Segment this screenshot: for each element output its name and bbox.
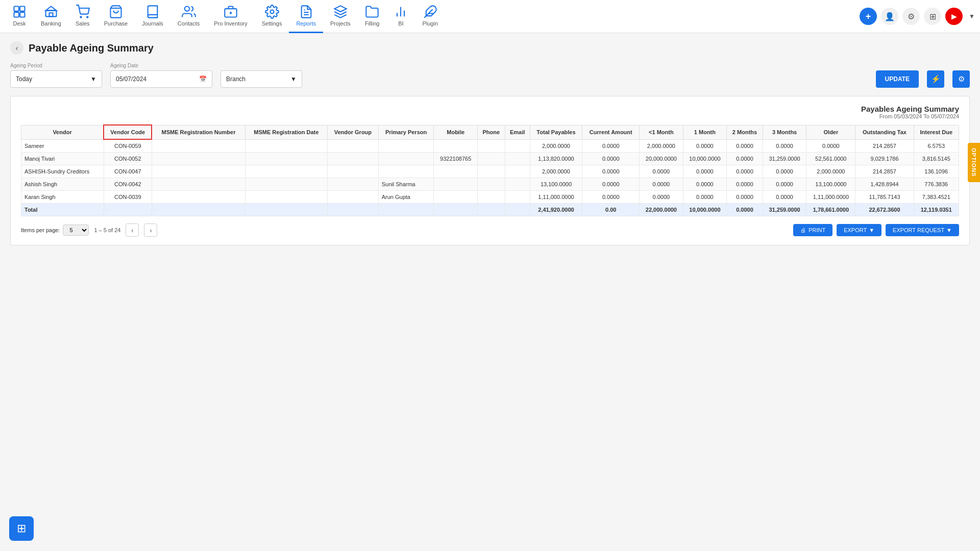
col-interest-due: Interest Due (914, 125, 959, 139)
back-button[interactable]: ‹ (10, 41, 23, 55)
svg-rect-2 (14, 12, 19, 17)
col-current-amount: Current Amount (582, 125, 640, 139)
report-card: Payables Ageing Summary From 05/03/2024 … (10, 96, 970, 245)
table-row: Karan SinghCON-0039Arun Gupta1,11,000.00… (21, 191, 959, 204)
col-vendor-code: Vendor Code (104, 125, 152, 139)
add-button[interactable]: + (860, 8, 877, 25)
col-msme-reg-no: MSME Registration Number (152, 125, 245, 139)
print-button[interactable]: 🖨 PRINT (793, 224, 832, 236)
settings-icon[interactable]: ⚙ (902, 8, 920, 25)
svg-rect-1 (20, 7, 24, 11)
filters-row: Ageing Period Today ▼ Ageing Date 05/07/… (10, 63, 970, 88)
calendar-icon: 📅 (199, 76, 207, 83)
export-request-button[interactable]: EXPORT REQUEST ▼ (886, 224, 959, 236)
ageing-period-select[interactable]: Today ▼ (10, 70, 102, 88)
user-icon[interactable]: 👤 (881, 8, 898, 25)
nav-settings[interactable]: Settings (255, 0, 289, 33)
table-body: SameerCON-00592,000.00000.00002,000.0000… (21, 139, 959, 216)
table-row: Manoj TivariCON-005293221087651,13,820.0… (21, 153, 959, 165)
back-icon: ‹ (16, 44, 18, 52)
ageing-date-input[interactable]: 05/07/2024 📅 (110, 70, 212, 88)
export-chevron-icon: ▼ (869, 227, 874, 233)
svg-rect-4 (45, 11, 56, 17)
nav-bi[interactable]: BI (386, 0, 415, 33)
top-navigation: Desk Banking Sales Purchase Journals (0, 0, 980, 33)
nav-reports[interactable]: Reports (289, 0, 323, 33)
table-footer: Items per page: 5102550 1 – 5 of 24 ‹ › … (21, 223, 959, 237)
footer-buttons: 🖨 PRINT EXPORT ▼ EXPORT REQUEST ▼ (793, 224, 959, 236)
col-primary-person: Primary Person (378, 125, 434, 139)
report-summary-title: Payables Ageing Summary (21, 105, 959, 113)
svg-rect-3 (20, 12, 24, 17)
widget-icon: ⊞ (17, 522, 26, 535)
report-summary: Payables Ageing Summary From 05/03/2024 … (21, 105, 959, 119)
col-lt1month: <1 Month (640, 125, 683, 139)
data-table: Vendor Vendor Code MSME Registration Num… (21, 124, 959, 216)
page-header: ‹ Payable Ageing Summary (10, 41, 970, 55)
nav-journals[interactable]: Journals (135, 0, 170, 33)
svg-point-9 (184, 7, 189, 11)
branch-group: Branch ▼ (220, 63, 302, 88)
items-per-page-control: Items per page: 5102550 (21, 224, 89, 236)
nav-projects[interactable]: Projects (323, 0, 358, 33)
nav-banking[interactable]: Banking (34, 0, 68, 33)
col-email: Email (505, 125, 530, 139)
svg-rect-0 (14, 7, 19, 11)
col-mobile: Mobile (434, 125, 478, 139)
col-1month: 1 Month (683, 125, 727, 139)
update-button[interactable]: UPDATE (876, 70, 919, 88)
col-older: Older (806, 125, 855, 139)
chevron-down-icon: ▼ (290, 76, 297, 83)
export-button[interactable]: EXPORT ▼ (837, 224, 881, 236)
ageing-date-label: Ageing Date (110, 63, 212, 68)
report-summary-date: From 05/03/2024 To 05/07/2024 (21, 113, 959, 119)
table-row: ASHISH-Sundry CreditorsCON-00472,000.000… (21, 165, 959, 178)
items-per-page-select[interactable]: 5102550 (63, 224, 89, 236)
pagination-prev-button[interactable]: ‹ (126, 223, 139, 237)
nav-contacts[interactable]: Contacts (170, 0, 207, 33)
nav-pro-inventory[interactable]: Pro Inventory (207, 0, 254, 33)
col-vendor: Vendor (21, 125, 104, 139)
total-row: Total2,41,920.00000.0022,000.000010,000.… (21, 204, 959, 216)
items-per-page-label: Items per page: (21, 227, 60, 233)
nav-purchase[interactable]: Purchase (97, 0, 135, 33)
col-total-payables: Total Payables (530, 125, 582, 139)
svg-rect-5 (49, 13, 53, 16)
page-title: Payable Ageing Summary (29, 42, 154, 54)
svg-point-13 (270, 10, 274, 14)
ageing-date-group: Ageing Date 05/07/2024 📅 (110, 63, 212, 88)
nav-desk[interactable]: Desk (5, 0, 34, 33)
youtube-icon[interactable]: ▶ (945, 8, 963, 25)
table-header-row: Vendor Vendor Code MSME Registration Num… (21, 125, 959, 139)
col-2months: 2 Months (727, 125, 763, 139)
export-req-chevron-icon: ▼ (946, 227, 952, 233)
nav-plugin[interactable]: Plugin (415, 0, 445, 33)
pagination-next-button[interactable]: › (144, 223, 157, 237)
branch-select[interactable]: Branch ▼ (220, 70, 302, 88)
nav-filling[interactable]: Filling (358, 0, 387, 33)
col-outstanding-tax: Outstanding Tax (855, 125, 914, 139)
grid-icon[interactable]: ⊞ (924, 8, 941, 25)
settings-config-button[interactable]: ⚙ (952, 70, 970, 88)
bottom-widget[interactable]: ⊞ (9, 516, 34, 541)
filter-icon-button[interactable]: ⚡ (927, 70, 944, 88)
nav-right-actions: + 👤 ⚙ ⊞ ▶ ▼ (860, 8, 975, 25)
filter-icon: ⚡ (931, 74, 941, 84)
main-content: ‹ Payable Ageing Summary Ageing Period T… (0, 33, 980, 551)
svg-point-6 (80, 16, 81, 17)
chevron-down-icon: ▼ (90, 76, 96, 83)
col-msme-reg-date: MSME Registration Date (245, 125, 328, 139)
table-row: SameerCON-00592,000.00000.00002,000.0000… (21, 139, 959, 153)
col-phone: Phone (477, 125, 505, 139)
table-row: Ashish SinghCON-0042Sunil Sharma13,100.0… (21, 178, 959, 191)
ageing-period-group: Ageing Period Today ▼ (10, 63, 102, 88)
nav-chevron-icon[interactable]: ▼ (969, 13, 975, 20)
options-tab[interactable]: OPTIONS (968, 143, 980, 182)
print-icon: 🖨 (800, 227, 806, 233)
nav-sales[interactable]: Sales (68, 0, 97, 33)
col-3months: 3 Months (763, 125, 806, 139)
ageing-period-label: Ageing Period (10, 63, 102, 68)
config-icon: ⚙ (958, 74, 965, 84)
svg-point-7 (87, 16, 88, 17)
col-vendor-group: Vendor Group (328, 125, 379, 139)
